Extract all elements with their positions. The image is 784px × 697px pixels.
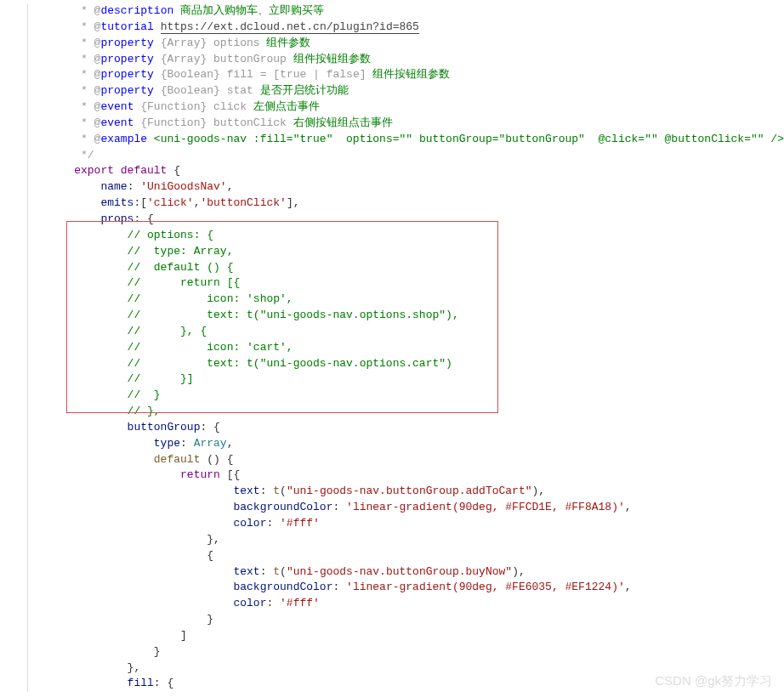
code-line: * @tutorial https://ext.dcloud.net.cn/pl… [48,20,784,36]
code-line: emits:['click','buttonClick'], [48,196,784,212]
code-line: }, [48,532,784,548]
code-line-commented: // icon: 'cart', [48,340,784,356]
code-line-commented: // icon: 'shop', [48,292,784,308]
code-line-commented: // } [48,388,784,404]
code-line: buttonGroup: { [48,420,784,436]
code-line-commented: // type: Array, [48,244,784,260]
code-line: * @example <uni-goods-nav :fill="true" o… [48,132,784,148]
code-line: * @event {Function} click 左侧点击事件 [48,99,784,116]
code-line-commented: // text: t("uni-goods-nav.options.shop")… [48,308,784,324]
code-line-commented: // return [{ [48,275,784,292]
code-line: * @description 商品加入购物车、立即购买等 [48,3,784,20]
code-line: name: 'UniGoodsNav', [48,179,784,196]
code-line: * @property {Boolean} fill = [true | fal… [48,67,784,83]
code-editor[interactable]: * @description 商品加入购物车、立即购买等 * @tutorial… [0,3,784,692]
code-line: * @event {Function} buttonClick 右侧按钮组点击事… [48,116,784,132]
code-line-commented: // default () { [48,260,784,276]
code-line: */ [48,148,784,164]
code-line: } [48,612,784,628]
code-line: ] [48,628,784,644]
code-line: * @property {Boolean} stat 是否开启统计功能 [48,83,784,99]
code-line: * @property {Array} buttonGroup 组件按钮组参数 [48,52,784,68]
code-line-commented: // }] [48,371,784,388]
gutter-line [27,3,28,692]
code-line: text: t("uni-goods-nav.buttonGroup.addTo… [48,484,784,500]
code-line: props: { [48,212,784,228]
code-line: color: '#fff' [48,516,784,532]
code-line: }, [48,660,784,677]
code-line: default () { [48,452,784,468]
code-line-commented: // }, { [48,324,784,340]
code-line: } [48,644,784,660]
code-line: fill: { [48,676,784,692]
code-line: { [48,548,784,564]
code-line: type: Array, [48,436,784,452]
code-line: text: t("uni-goods-nav.buttonGroup.buyNo… [48,564,784,581]
code-line-commented: // text: t("uni-goods-nav.options.cart") [48,356,784,372]
code-line: backgroundColor: 'linear-gradient(90deg,… [48,500,784,516]
code-line-commented: // }, [48,404,784,420]
code-line: backgroundColor: 'linear-gradient(90deg,… [48,580,784,596]
code-line: return [{ [48,468,784,484]
code-line: * @property {Array} options 组件参数 [48,36,784,52]
code-line: color: '#fff' [48,596,784,612]
code-line: export default { [48,163,784,179]
code-line-commented: // options: { [48,228,784,244]
